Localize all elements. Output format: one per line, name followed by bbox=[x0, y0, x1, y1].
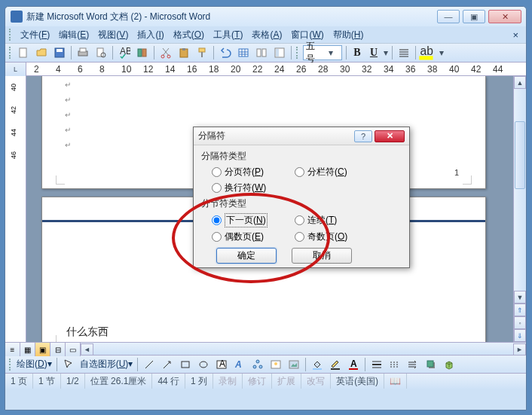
status-position: 位置 26.1厘米 bbox=[85, 374, 153, 389]
oval-icon[interactable] bbox=[195, 356, 212, 373]
horizontal-scrollbar[interactable]: ◄ ► bbox=[81, 343, 526, 355]
align-justify-icon[interactable] bbox=[396, 44, 412, 61]
titlebar[interactable]: 新建 Microsoft Word 文档 (2) - Microsoft Wor… bbox=[5, 7, 526, 26]
scroll-left-icon[interactable]: ◄ bbox=[81, 343, 93, 355]
shadow-icon[interactable] bbox=[423, 356, 439, 373]
prev-page-icon[interactable]: ⇑ bbox=[514, 304, 526, 316]
underline-drop[interactable]: ▾ bbox=[382, 47, 390, 58]
section-break-label: 分节符类型 bbox=[201, 197, 402, 210]
research-icon[interactable] bbox=[134, 44, 151, 61]
status-rev[interactable]: 修订 bbox=[243, 374, 272, 389]
select-objects-icon[interactable] bbox=[60, 356, 77, 373]
scroll-up-icon[interactable]: ▲ bbox=[514, 76, 526, 89]
maximize-button[interactable]: ▣ bbox=[463, 10, 485, 23]
radio-c[interactable]: 分栏符(C) bbox=[295, 166, 378, 179]
status-col: 1 列 bbox=[185, 374, 213, 389]
svg-point-24 bbox=[200, 362, 207, 368]
scroll-thumb[interactable] bbox=[515, 121, 525, 189]
bold-button[interactable]: B bbox=[349, 44, 365, 61]
clipart-icon[interactable] bbox=[268, 356, 284, 373]
radio-n[interactable]: 下一页(N) bbox=[212, 213, 295, 227]
format-painter-icon[interactable] bbox=[194, 44, 210, 61]
menu-a[interactable]: 表格(A) bbox=[247, 27, 286, 43]
menu-e[interactable]: 编辑(E) bbox=[54, 27, 93, 43]
format-handle[interactable] bbox=[296, 47, 299, 59]
menu-i[interactable]: 插入(I) bbox=[133, 27, 168, 43]
toolbar-handle[interactable] bbox=[9, 47, 12, 59]
spellcheck-icon[interactable]: ABC bbox=[116, 44, 133, 61]
status-section: 1 节 bbox=[33, 374, 61, 389]
doc-map-icon[interactable] bbox=[271, 44, 288, 61]
close-button[interactable]: ✕ bbox=[488, 10, 521, 23]
doc-close-button[interactable]: × bbox=[506, 29, 524, 41]
status-ext[interactable]: 扩展 bbox=[272, 374, 301, 389]
reading-view-icon[interactable]: ▭ bbox=[66, 343, 81, 356]
radio-e[interactable]: 偶数页(E) bbox=[212, 230, 295, 243]
dialog-titlebar[interactable]: 分隔符 ? ✕ bbox=[194, 127, 409, 145]
print-view-icon[interactable]: ▣ bbox=[35, 343, 50, 356]
draw-handle[interactable] bbox=[9, 359, 12, 371]
next-page-icon[interactable]: ⇓ bbox=[514, 329, 526, 342]
paste-icon[interactable] bbox=[176, 44, 192, 61]
arrow-style-icon[interactable] bbox=[405, 356, 421, 373]
wordart-icon[interactable]: A bbox=[231, 356, 248, 373]
status-spell-icon[interactable]: 📖 bbox=[384, 374, 407, 389]
arrow-icon[interactable] bbox=[159, 356, 176, 373]
highlight-icon[interactable]: ab bbox=[418, 45, 438, 60]
vertical-ruler[interactable]: 40424446 bbox=[5, 76, 26, 342]
menu-f[interactable]: 文件(F) bbox=[16, 27, 54, 43]
status-rec[interactable]: 录制 bbox=[213, 374, 243, 389]
picture-icon[interactable] bbox=[286, 356, 302, 373]
web-view-icon[interactable]: ▦ bbox=[20, 343, 35, 356]
autoshapes-menu[interactable]: 自选图形(U)▾ bbox=[78, 358, 136, 371]
font-size-combo[interactable]: 五号 ▾ bbox=[303, 45, 342, 60]
menu-h[interactable]: 帮助(H) bbox=[329, 27, 368, 43]
preview-icon[interactable] bbox=[93, 44, 109, 61]
dialog-close-button[interactable]: ✕ bbox=[375, 130, 405, 142]
undo-icon[interactable] bbox=[217, 44, 234, 61]
print-icon[interactable] bbox=[75, 44, 91, 61]
columns-icon[interactable] bbox=[253, 44, 270, 61]
line-color-icon[interactable] bbox=[327, 356, 344, 373]
underline-button[interactable]: U bbox=[365, 44, 382, 61]
dialog-help-button[interactable]: ? bbox=[354, 130, 372, 142]
svg-rect-37 bbox=[349, 368, 358, 370]
diagram-icon[interactable] bbox=[249, 356, 266, 373]
normal-view-icon[interactable]: ≡ bbox=[5, 343, 20, 356]
ok-button[interactable]: 确定 bbox=[216, 248, 277, 264]
scroll-down-icon[interactable]: ▼ bbox=[514, 291, 526, 304]
radio-t[interactable]: 连续(T) bbox=[295, 213, 378, 227]
dropdown-icon[interactable]: ▾ bbox=[323, 47, 339, 58]
font-color-icon[interactable]: A bbox=[345, 356, 362, 373]
menu-o[interactable]: 格式(O) bbox=[169, 27, 209, 43]
browse-object-icon[interactable]: ◦ bbox=[514, 316, 526, 329]
menu-t[interactable]: 工具(T) bbox=[209, 27, 247, 43]
minimize-button[interactable]: — bbox=[437, 10, 460, 23]
scroll-right-icon[interactable]: ► bbox=[513, 343, 526, 355]
cancel-button[interactable]: 取消 bbox=[292, 248, 352, 264]
draw-menu[interactable]: 绘图(D)▾ bbox=[14, 358, 54, 371]
cut-icon[interactable] bbox=[157, 44, 174, 61]
menu-v[interactable]: 视图(V) bbox=[93, 27, 133, 43]
radio-p[interactable]: 分页符(P) bbox=[212, 166, 295, 179]
menu-handle[interactable] bbox=[9, 29, 12, 41]
textbox-icon[interactable]: A bbox=[213, 356, 230, 373]
radio-o[interactable]: 奇数页(O) bbox=[295, 230, 378, 243]
vertical-scrollbar[interactable]: ▲ ▼ ⇑ ◦ ⇓ bbox=[513, 76, 526, 342]
status-lang[interactable]: 英语(美国) bbox=[331, 374, 384, 389]
line-style-icon[interactable] bbox=[368, 356, 385, 373]
save-icon[interactable] bbox=[51, 44, 68, 61]
table-icon[interactable] bbox=[235, 44, 252, 61]
highlight-drop[interactable]: ▾ bbox=[438, 47, 445, 58]
horizontal-ruler[interactable]: L 24681012141618202224262830323436384042… bbox=[5, 63, 526, 76]
3d-icon[interactable] bbox=[441, 356, 457, 373]
outline-view-icon[interactable]: ⊟ bbox=[50, 343, 66, 356]
fill-color-icon[interactable] bbox=[309, 356, 326, 373]
rectangle-icon[interactable] bbox=[177, 356, 194, 373]
line-icon[interactable] bbox=[141, 356, 157, 373]
dash-style-icon[interactable] bbox=[387, 356, 403, 373]
status-ovr[interactable]: 改写 bbox=[301, 374, 331, 389]
new-icon[interactable] bbox=[15, 44, 32, 61]
open-icon[interactable] bbox=[33, 44, 50, 61]
radio-w[interactable]: 换行符(W) bbox=[212, 182, 295, 194]
